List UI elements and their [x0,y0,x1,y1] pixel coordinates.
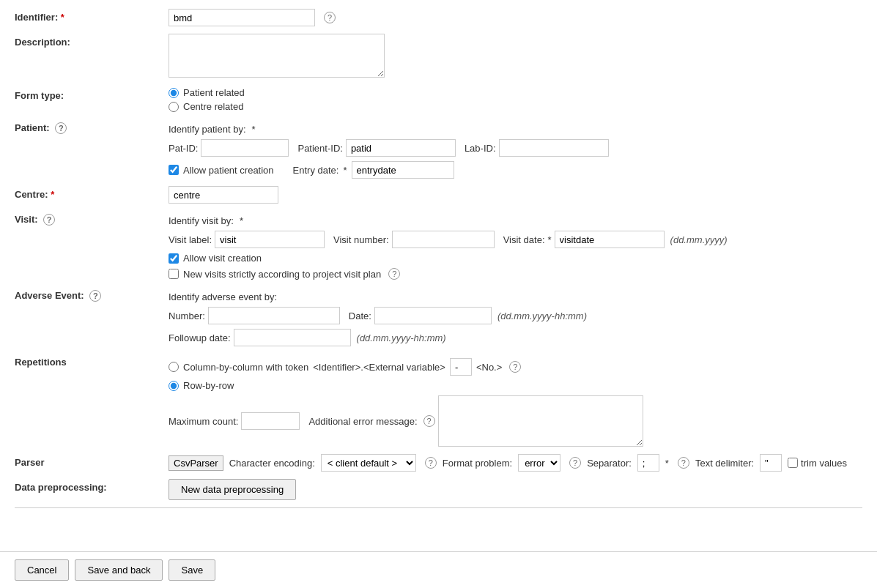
patient-related-radio[interactable] [169,88,179,98]
lab-id-input[interactable] [499,139,609,157]
patient-help-icon: ? [55,122,67,134]
parser-content: CsvParser Character encoding: < client d… [169,454,862,472]
token-separator-input[interactable] [450,358,472,376]
parser-row: Parser CsvParser Character encoding: < c… [15,454,862,472]
character-encoding-select[interactable]: < client default > [321,454,416,472]
visit-row: Visit: ? Identify visit by: * Visit labe… [15,211,862,280]
visit-date-field: Visit date: * (dd.mm.yyyy) [503,231,728,248]
data-preprocessing-content: New data preprocessing [169,479,862,500]
column-by-column-radio[interactable] [169,362,179,372]
adverse-event-help-icon: ? [89,290,101,302]
adverse-event-label: Adverse Event: ? [15,287,169,302]
adverse-number-field: Number: [169,307,340,324]
allow-patient-creation-checkbox[interactable] [169,165,179,175]
new-visits-row: New visits strictly according to project… [169,268,862,280]
maximum-count-field: Maximum count: [169,412,300,430]
centre-row: Centre: * [15,186,862,204]
allow-patient-creation-row: Allow patient creation Entry date: * [169,161,862,179]
row-by-row-radio[interactable] [169,381,179,391]
followup-date-field: Followup date: (dd.mm.yyyy-hh:mm) [169,329,446,346]
description-textarea[interactable] [169,34,385,78]
patient-related-option: Patient related [169,87,862,98]
column-by-column-option: Column-by-column with token <Identifier>… [169,358,862,376]
new-visits-checkbox[interactable] [169,269,179,279]
identifier-content: ? [169,9,862,26]
visit-label: Visit: ? [15,211,169,226]
visit-number-input[interactable] [392,231,495,248]
cancel-button[interactable]: Cancel [15,559,69,581]
repetitions-content: Column-by-column with token <Identifier>… [169,354,862,447]
visit-help-icon: ? [43,214,55,226]
identifier-input[interactable] [169,9,315,26]
separator-input[interactable] [637,454,659,472]
data-preprocessing-label: Data preprocessing: [15,479,169,493]
patient-label: Patient: ? [15,119,169,134]
adverse-number-input[interactable] [208,307,340,324]
form-type-content: Patient related Centre related [169,87,862,112]
repetitions-label: Repetitions [15,354,169,368]
centre-related-option: Centre related [169,101,862,112]
parser-label: Parser [15,454,169,468]
separator-help-icon: ? [678,457,689,469]
pat-id-input[interactable] [201,139,289,157]
allow-visit-creation-checkbox[interactable] [169,253,179,264]
lab-id-field: Lab-ID: [465,139,609,157]
visit-content: Identify visit by: * Visit label: Visit … [169,211,862,280]
allow-visit-creation-row: Allow visit creation [169,253,862,264]
encoding-help-icon: ? [425,457,437,469]
identifier-label: Identifier: * [15,9,169,23]
repetitions-help-icon: ? [509,361,521,373]
patient-row: Patient: ? Identify patient by: * Pat-ID… [15,119,862,179]
patient-content: Identify patient by: * Pat-ID: Patient-I… [169,119,862,179]
pat-id-field: Pat-ID: [169,139,289,157]
identifier-row: Identifier: * ? [15,9,862,26]
page-container: Identifier: * ? Description: Form type: [0,0,877,588]
new-visits-help-icon: ? [388,268,400,280]
description-content [169,34,862,80]
footer-separator [15,507,862,508]
description-row: Description: [15,34,862,80]
save-and-back-button[interactable]: Save and back [75,559,163,581]
centre-input[interactable] [169,186,278,204]
patient-id-field: Patient-ID: [297,139,455,157]
footer: Cancel Save and back Save [0,551,877,588]
format-problem-help-icon: ? [569,457,581,469]
followup-date-input[interactable] [234,329,351,346]
new-data-preprocessing-button[interactable]: New data preprocessing [169,479,296,500]
format-problem-select[interactable]: error [518,454,560,472]
additional-error-help-icon: ? [423,415,435,427]
save-button[interactable]: Save [169,559,215,581]
visit-label-field: Visit label: [169,231,325,248]
patient-id-input[interactable] [346,139,456,157]
row-by-row-option: Row-by-row [169,380,862,391]
text-delimiter-input[interactable] [760,454,782,472]
centre-label: Centre: * [15,186,169,200]
adverse-event-row: Adverse Event: ? Identify adverse event … [15,287,862,346]
additional-error-field: Additional error message: ? [308,395,643,447]
maximum-count-input[interactable] [241,412,300,430]
identifier-help-icon: ? [324,12,336,23]
adverse-event-content: Identify adverse event by: Number: Date:… [169,287,862,346]
adverse-date-input[interactable] [374,307,492,324]
centre-related-radio[interactable] [169,102,179,112]
entry-date-input[interactable] [352,161,454,179]
form-area: Identifier: * ? Description: Form type: [0,0,877,551]
csvparser-button[interactable]: CsvParser [169,455,223,471]
centre-content [169,186,862,204]
data-preprocessing-row: Data preprocessing: New data preprocessi… [15,479,862,500]
trim-values-checkbox[interactable] [788,458,798,468]
additional-error-textarea[interactable] [438,395,643,447]
visit-label-input[interactable] [215,231,325,248]
visit-number-field: Visit number: [333,231,495,248]
form-type-label: Form type: [15,87,169,101]
repetitions-row: Repetitions Column-by-column with token … [15,354,862,447]
form-type-row: Form type: Patient related Centre relate… [15,87,862,112]
description-label: Description: [15,34,169,48]
trim-values-row: trim values [788,458,847,469]
visit-date-input[interactable] [555,231,665,248]
adverse-date-field: Date: (dd.mm.yyyy-hh:mm) [349,307,587,324]
